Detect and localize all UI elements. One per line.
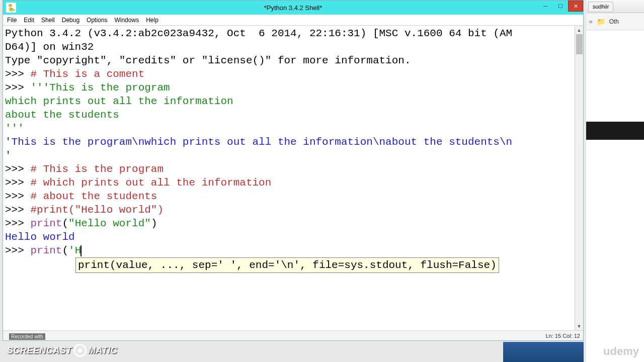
titlebar[interactable]: 🐍 *Python 3.4.2 Shell* ─ ☐ ✕ <box>3 1 583 15</box>
code-segment: 'This is the program\nwhich prints out a… <box>5 136 512 148</box>
browser-tabstrip: sudhiir <box>586 0 644 13</box>
menu-debug[interactable]: Debug <box>62 17 79 24</box>
shell-line: >>> # This is a coment <box>5 67 573 81</box>
menu-windows[interactable]: Windows <box>114 17 139 24</box>
code-segment: # which prints out all the information <box>30 177 271 189</box>
shell-line: Type "copyright", "credits" or "license(… <box>5 54 573 67</box>
shell-line: >>> print('H <box>5 244 573 257</box>
bookmarks-overflow-icon[interactable]: » <box>589 18 593 25</box>
menu-help[interactable]: Help <box>146 17 158 24</box>
bookmarks-bar: » 📁 Oth <box>586 13 644 30</box>
scroll-down-icon[interactable]: ▼ <box>575 322 583 330</box>
udemy-watermark: udemy <box>603 345 639 358</box>
idle-window: 🐍 *Python 3.4.2 Shell* ─ ☐ ✕ File Edit S… <box>3 0 584 341</box>
code-segment: print <box>30 218 62 229</box>
background-browser: sudhiir » 📁 Oth <box>586 0 644 362</box>
menu-edit[interactable]: Edit <box>24 17 34 24</box>
code-segment: # This is a coment <box>30 68 144 80</box>
shell-line: ' <box>5 149 573 162</box>
window-title: *Python 3.4.2 Shell* <box>264 4 323 12</box>
recorded-with-label: Recorded with <box>9 333 45 340</box>
maximize-button[interactable]: ☐ <box>553 1 568 12</box>
screencastomatic-logo: SCREENCAST MATIC <box>7 344 117 357</box>
logo-circle-icon <box>73 344 87 357</box>
code-segment: >>> <box>5 191 30 202</box>
scroll-up-icon[interactable]: ▲ <box>575 26 583 34</box>
vertical-scrollbar[interactable]: ▲ ▼ <box>575 26 583 330</box>
code-segment: 'H <box>68 245 81 256</box>
code-segment: >>> <box>5 82 30 94</box>
window-controls: ─ ☐ ✕ <box>538 1 583 12</box>
desktop-wallpaper-strip <box>503 342 584 362</box>
scroll-thumb[interactable] <box>576 34 583 54</box>
shell-line: 'This is the program\nwhich prints out a… <box>5 135 573 149</box>
logo-left: SCREENCAST <box>7 345 72 356</box>
code-segment: >>> <box>5 204 30 216</box>
browser-tab[interactable]: sudhiir <box>588 2 613 11</box>
minimize-button[interactable]: ─ <box>538 1 553 12</box>
code-segment: # This is the program <box>30 163 164 175</box>
code-segment: D64)] on win32 <box>5 41 94 53</box>
shell-line: >>> #print("Hello world") <box>5 203 573 217</box>
code-segment: which prints out all the information <box>5 96 233 107</box>
code-segment: >>> <box>5 68 30 80</box>
menu-shell[interactable]: Shell <box>41 17 55 24</box>
shell-line: which prints out all the information <box>5 95 573 108</box>
code-segment: ' <box>5 150 12 161</box>
shell-line: about the students <box>5 108 573 122</box>
code-segment: Hello world <box>5 231 75 243</box>
code-segment: >>> <box>5 177 30 189</box>
code-segment: >>> <box>5 218 30 229</box>
code-segment: Python 3.4.2 (v3.4.2:ab2c023a9432, Oct 6… <box>5 28 512 39</box>
folder-icon[interactable]: 📁 <box>597 18 605 26</box>
menubar: File Edit Shell Debug Options Windows He… <box>3 15 583 26</box>
editor-area: Python 3.4.2 (v3.4.2:ab2c023a9432, Oct 6… <box>3 26 583 330</box>
bookmark-label[interactable]: Oth <box>609 18 619 25</box>
app-icon: 🐍 <box>6 3 16 13</box>
shell-line: >>> print("Hello world") <box>5 217 573 230</box>
code-segment: ) <box>151 218 157 229</box>
code-segment: #print("Hello world") <box>30 204 164 216</box>
statusbar: Ln: 15 Col: 12 <box>3 330 583 340</box>
code-segment: ( <box>62 245 68 256</box>
calltip: print(value, ..., sep=' ', end='\n', fil… <box>75 257 499 273</box>
code-segment: # about the students <box>30 191 157 202</box>
text-cursor <box>80 245 82 256</box>
shell-line: >>> # This is the program <box>5 162 573 176</box>
menu-options[interactable]: Options <box>87 17 107 24</box>
shell-line: Python 3.4.2 (v3.4.2:ab2c023a9432, Oct 6… <box>5 27 573 40</box>
cursor-position: Ln: 15 Col: 12 <box>546 333 581 339</box>
menu-file[interactable]: File <box>7 17 17 24</box>
code-segment: Type "copyright", "credits" or "license(… <box>5 55 411 66</box>
code-segment: ( <box>62 218 68 229</box>
shell-line: >>> # about the students <box>5 190 573 203</box>
code-segment: "Hello world" <box>68 218 151 229</box>
logo-right: MATIC <box>88 345 117 356</box>
close-button[interactable]: ✕ <box>568 1 583 12</box>
shell-line: Hello world <box>5 230 573 244</box>
background-dark-strip <box>586 122 644 140</box>
shell-line: D64)] on win32 <box>5 40 573 54</box>
shell-text[interactable]: Python 3.4.2 (v3.4.2:ab2c023a9432, Oct 6… <box>3 26 575 330</box>
shell-line: ''' <box>5 122 573 135</box>
code-segment: >>> <box>5 163 30 175</box>
code-segment: print <box>30 245 62 256</box>
shell-line: >>> # which prints out all the informati… <box>5 176 573 190</box>
shell-line: >>> '''This is the program <box>5 81 573 95</box>
code-segment: ''' <box>5 123 24 134</box>
code-segment: '''This is the program <box>30 82 170 94</box>
code-segment: about the students <box>5 109 119 121</box>
code-segment: >>> <box>5 245 30 256</box>
